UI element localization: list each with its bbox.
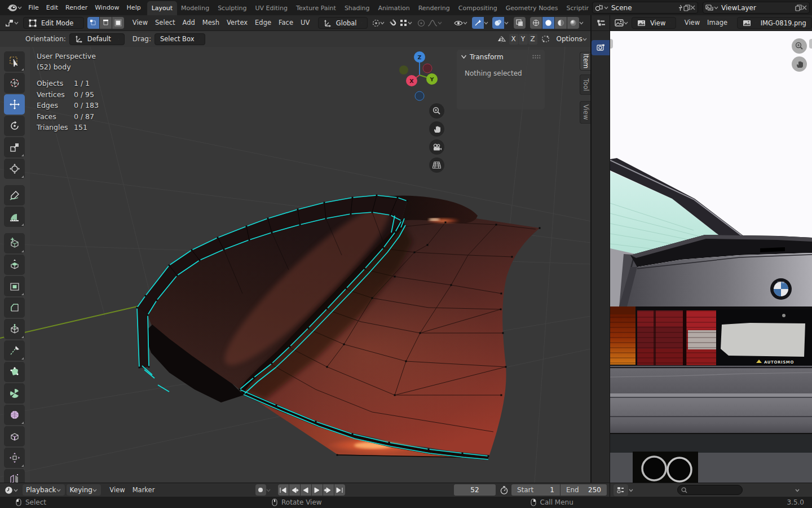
image-mode-dropdown[interactable]: View bbox=[632, 17, 676, 29]
play-button[interactable] bbox=[312, 484, 323, 496]
transform-panel-header[interactable]: Transform bbox=[457, 50, 545, 64]
workspace-tab[interactable]: Sculpting bbox=[214, 1, 251, 15]
snap-elements-icon[interactable] bbox=[541, 35, 550, 43]
workspace-tab[interactable]: Animation bbox=[374, 1, 414, 15]
image-editor-menu-item[interactable]: Image bbox=[704, 15, 731, 30]
tool-measure-button[interactable] bbox=[4, 207, 25, 227]
tool-shrink-fatten-button[interactable] bbox=[4, 448, 25, 468]
blender-logo-icon[interactable] bbox=[7, 3, 17, 12]
axis-toggle-button[interactable]: Z bbox=[528, 34, 537, 45]
tool-smooth-button[interactable] bbox=[4, 405, 25, 425]
tool-rotate-button[interactable] bbox=[4, 116, 25, 136]
editor-type-icon[interactable] bbox=[615, 19, 624, 27]
start-frame-field[interactable]: Start1 bbox=[511, 484, 560, 496]
topbar-menu-item[interactable]: File bbox=[25, 1, 42, 15]
pin-icon[interactable] bbox=[677, 5, 683, 11]
tool-annotate-button[interactable] bbox=[4, 185, 25, 205]
pivot-point-icon[interactable] bbox=[372, 19, 380, 27]
falloff-curve-icon[interactable] bbox=[427, 19, 438, 27]
tool-inset-faces-button[interactable] bbox=[4, 276, 25, 296]
image-datablock-selector[interactable]: IMG-0819.png bbox=[737, 17, 812, 29]
region-handle[interactable] bbox=[809, 39, 812, 49]
tool-bevel-button[interactable] bbox=[4, 297, 25, 318]
new-scene-icon[interactable] bbox=[683, 5, 690, 11]
workspace-tab[interactable]: Scripting bbox=[562, 1, 589, 15]
properties-tab-render[interactable] bbox=[592, 40, 610, 55]
timeline-view-menu[interactable]: View bbox=[106, 483, 129, 498]
orientation-setting-dropdown[interactable]: Default bbox=[69, 33, 125, 45]
proportional-editing-icon[interactable] bbox=[417, 19, 425, 27]
orientation-dropdown[interactable]: Global bbox=[318, 17, 368, 29]
navigation-gizmo[interactable]: Z Y X bbox=[391, 48, 450, 104]
workspace-tab[interactable]: Layout bbox=[147, 1, 176, 15]
scene-name[interactable]: Scene bbox=[608, 4, 677, 12]
shading-material-button[interactable] bbox=[555, 17, 567, 29]
topbar-menu-item[interactable]: Window bbox=[91, 1, 123, 15]
tool-transform-button[interactable] bbox=[4, 159, 25, 179]
play-reverse-button[interactable] bbox=[301, 484, 311, 496]
workspace-tab[interactable]: Geometry Nodes bbox=[501, 1, 562, 15]
tool-knife-button[interactable] bbox=[4, 340, 25, 361]
workspace-tab[interactable]: UV Editing bbox=[251, 1, 292, 15]
snap-icon[interactable] bbox=[390, 19, 398, 27]
workspace-tab[interactable]: Shading bbox=[340, 1, 374, 15]
jump-end-button[interactable] bbox=[334, 484, 345, 496]
editor-type-icon[interactable] bbox=[5, 486, 13, 494]
proportional-editing-group[interactable] bbox=[413, 19, 443, 27]
viewport-menu-item[interactable]: View bbox=[129, 15, 151, 30]
close-icon[interactable] bbox=[802, 5, 807, 10]
axis-toggle-button[interactable]: X bbox=[509, 34, 518, 45]
tool-poly-build-button[interactable] bbox=[4, 362, 25, 382]
scene-selector[interactable]: Scene bbox=[592, 2, 698, 14]
tool-loop-cut-button[interactable] bbox=[4, 319, 25, 339]
viewport-menu-item[interactable]: UV bbox=[297, 15, 314, 30]
new-viewlayer-icon[interactable] bbox=[795, 5, 802, 11]
topbar-menu-item[interactable]: Help bbox=[123, 1, 144, 15]
shading-wireframe-button[interactable] bbox=[530, 17, 542, 29]
editor-type-icon[interactable] bbox=[5, 19, 14, 27]
mode-dropdown[interactable]: Edit Mode bbox=[23, 17, 84, 29]
viewport-menu-item[interactable]: Select bbox=[152, 15, 179, 30]
pan-button[interactable] bbox=[792, 56, 807, 72]
grid-view-button[interactable] bbox=[429, 157, 444, 173]
tool-spin-button[interactable] bbox=[4, 383, 25, 404]
overlays-toggle[interactable] bbox=[492, 17, 504, 29]
visibility-icon[interactable] bbox=[454, 20, 463, 27]
camera-view-button[interactable] bbox=[429, 139, 444, 155]
options-dropdown[interactable]: Options bbox=[557, 35, 582, 43]
shading-solid-button[interactable] bbox=[542, 17, 554, 29]
workspace-tab[interactable]: Compositing bbox=[454, 1, 501, 15]
shading-rendered-button[interactable] bbox=[567, 17, 579, 29]
record-button[interactable] bbox=[255, 484, 271, 496]
tool-extrude-region-button[interactable] bbox=[4, 255, 25, 275]
editor-divider[interactable] bbox=[590, 15, 592, 483]
image-editor-menu-item[interactable]: View bbox=[681, 15, 703, 30]
xray-toggle[interactable] bbox=[514, 17, 526, 29]
viewport-menu-item[interactable]: Mesh bbox=[198, 15, 223, 30]
region-handle[interactable] bbox=[610, 39, 613, 49]
sidebar-tab-view[interactable]: View bbox=[580, 101, 592, 124]
zoom-button[interactable] bbox=[792, 38, 807, 54]
gizmo-axis-x-neg[interactable] bbox=[423, 64, 432, 73]
tool-cursor-button[interactable] bbox=[4, 73, 25, 93]
gizmo-toggle[interactable] bbox=[472, 17, 484, 29]
stopwatch-icon[interactable] bbox=[500, 486, 508, 494]
jump-start-button[interactable] bbox=[278, 484, 289, 496]
editor-divider[interactable] bbox=[610, 15, 610, 497]
edge-select-button[interactable] bbox=[100, 17, 112, 29]
topbar-menu-item[interactable]: Render bbox=[62, 1, 91, 15]
workspace-tab[interactable]: Texture Paint bbox=[292, 1, 340, 15]
playback-dropdown[interactable]: Playback bbox=[23, 484, 65, 496]
timeline-marker-menu[interactable]: Marker bbox=[129, 483, 158, 498]
axis-toggle-button[interactable]: Y bbox=[519, 34, 528, 45]
face-select-button[interactable] bbox=[112, 17, 124, 29]
sidebar-tab-tool[interactable]: Tool bbox=[580, 75, 592, 95]
workspace-tab[interactable]: Rendering bbox=[414, 1, 454, 15]
properties-editor-icon[interactable] bbox=[614, 484, 628, 496]
pan-button[interactable] bbox=[429, 121, 444, 137]
sidebar-tab-item[interactable]: Item bbox=[580, 52, 592, 71]
prev-keyframe-button[interactable] bbox=[289, 484, 300, 496]
tool-edge-slide-button[interactable] bbox=[4, 426, 25, 446]
viewport-menu-item[interactable]: Face bbox=[275, 15, 297, 30]
image-editor-canvas[interactable]: BMW AUTORISMO bbox=[610, 31, 812, 483]
